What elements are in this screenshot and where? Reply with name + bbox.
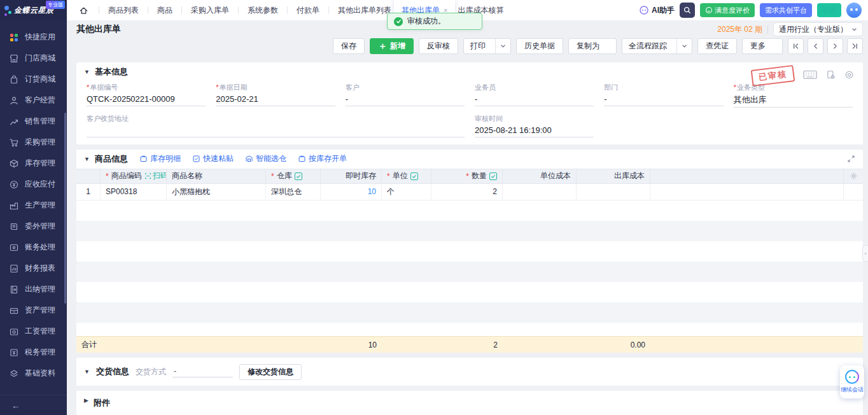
sidebar-item-bookkeeping[interactable]: 账务处理 (0, 237, 67, 258)
full-track-dropdown-icon[interactable] (676, 39, 692, 53)
next-record-button[interactable] (827, 38, 843, 54)
edition-badge: 专业版 (46, 1, 65, 9)
warehouse-batch-check-icon[interactable] (295, 172, 302, 180)
print-button[interactable]: 打印 (463, 38, 511, 54)
business-type-input[interactable]: 其他出库 (734, 94, 853, 108)
copy-as-button[interactable]: 复制为 (568, 38, 617, 54)
gear-icon (850, 172, 858, 180)
keyboard-icon[interactable] (803, 70, 817, 81)
sidebar-item-customer[interactable]: 客户经营 (0, 90, 67, 111)
sidebar-item-cashier[interactable]: 出纳管理 (0, 279, 67, 300)
row-stock[interactable]: 10 (321, 184, 382, 200)
industry-selector[interactable]: 通用行业（专业版） (773, 22, 863, 36)
sidebar-scrollbar[interactable] (64, 113, 66, 304)
row-qty[interactable]: 2 (431, 184, 503, 200)
goods-table-row[interactable]: 1 SP00318 小黑猫抱枕 深圳总仓 10 个 2 (76, 184, 863, 200)
row-warehouse[interactable]: 深圳总仓 (266, 184, 321, 200)
collapse-triangle-icon[interactable]: ▼ (84, 369, 90, 375)
row-code[interactable]: SP00318 (101, 184, 167, 200)
col-name: 商品名称 (167, 169, 266, 183)
main-content: 其他出库单 2025年 02 期 通用行业（专业版） 保存 ＋ 新增 反审核 (67, 20, 868, 415)
search-icon[interactable] (680, 3, 695, 18)
create-by-stock-link[interactable]: 按库存开单 (298, 153, 347, 164)
quick-paste-link[interactable]: 快速粘贴 (192, 153, 234, 164)
sidebar-item-finance-report[interactable]: 财务报表 (0, 258, 67, 279)
doc-settings-icon[interactable] (826, 70, 836, 81)
edit-delivery-button[interactable]: 修改交货信息 (239, 364, 302, 380)
check-voucher-button[interactable]: 查凭证 (697, 38, 737, 54)
satisfaction-button[interactable]: 满意度评价 (700, 3, 755, 17)
bill-no-input[interactable]: QTCK-20250221-00009 (87, 94, 206, 106)
row-name[interactable]: 小黑猫抱枕 (167, 184, 266, 200)
salesman-input[interactable]: - (475, 94, 594, 106)
audit-time-value: 2025-08-21 16:19:00 (475, 125, 594, 137)
tab-payment-order[interactable]: 付款单 (294, 0, 322, 20)
prev-record-button[interactable] (808, 38, 823, 54)
more-button[interactable]: 更多 (742, 38, 783, 54)
row-unit[interactable]: 个 (382, 184, 431, 200)
scan-code-button[interactable]: 扫码 (144, 171, 167, 181)
field-bill-no: *单据编号 QTCK-20250221-00009 (87, 83, 206, 108)
target-settings-icon[interactable] (844, 70, 854, 81)
row-unit-cost[interactable] (503, 184, 577, 200)
delivery-method-input[interactable]: - (172, 367, 233, 377)
qty-batch-check-icon[interactable] (489, 172, 497, 180)
user-avatar[interactable] (846, 3, 862, 18)
box-icon (139, 155, 148, 163)
col-unit-cost: 单位成本 (503, 169, 577, 183)
sidebar: 快捷应用 门店商城 订货商城 客户经营 销售管理 (0, 20, 67, 415)
stock-detail-link[interactable]: 库存明细 (139, 153, 181, 164)
tab-purchase-inbound[interactable]: 采购入库单 (188, 0, 232, 20)
audited-stamp: 已审核 (751, 65, 795, 87)
customer-input[interactable]: - (346, 94, 465, 106)
sidebar-item-inventory[interactable]: 库存管理 (0, 153, 67, 174)
sidebar-item-quick-apps[interactable]: 快捷应用 (0, 27, 67, 48)
sidebar-item-outsourcing[interactable]: 委外管理 (0, 216, 67, 237)
ai-assistant-button[interactable]: AI助手 (639, 5, 675, 16)
sidebar-item-sales[interactable]: 销售管理 (0, 111, 67, 132)
collapse-triangle-icon[interactable]: ▼ (84, 69, 90, 75)
continue-chat-widget[interactable]: 继续会话 (840, 365, 864, 398)
table-settings-gear[interactable] (844, 169, 863, 183)
add-new-button[interactable]: ＋ 新增 (370, 38, 414, 54)
expand-triangle-icon[interactable]: ▶ (84, 397, 88, 404)
unaudit-button[interactable]: 反审核 (419, 38, 458, 54)
sidebar-menu: 快捷应用 门店商城 订货商城 客户经营 销售管理 (0, 20, 67, 395)
tab-other-outbound-list[interactable]: 其他出库单列表 (335, 0, 394, 20)
empty-rows-area (76, 200, 863, 336)
sidebar-item-production[interactable]: 生产管理 (0, 195, 67, 216)
sidebar-item-tax[interactable]: 税务管理 (0, 342, 67, 363)
tab-product[interactable]: 商品 (155, 0, 175, 20)
help-button[interactable]: 帮助 (817, 3, 841, 17)
sidebar-item-salary[interactable]: 工资管理 (0, 321, 67, 342)
tab-product-list[interactable]: 商品列表 (106, 0, 141, 20)
fullscreen-expand-icon[interactable] (847, 155, 855, 163)
delivery-address-input[interactable] (87, 125, 465, 137)
history-button[interactable]: 历史单据 (516, 38, 563, 54)
person-icon (9, 95, 19, 106)
sidebar-item-order-mall[interactable]: 订货商城 (0, 69, 67, 90)
first-record-button[interactable] (788, 38, 804, 54)
save-button[interactable]: 保存 (333, 38, 365, 54)
sidebar-collapse-button[interactable]: ← (0, 395, 67, 415)
sidebar-item-store-mall[interactable]: 门店商城 (0, 48, 67, 69)
total-stock: 10 (321, 337, 382, 353)
smart-warehouse-link[interactable]: 智能选仓 (245, 153, 286, 164)
department-input[interactable]: - (604, 94, 723, 106)
sidebar-item-base-data[interactable]: 基础资料 (0, 363, 67, 384)
sidebar-item-receivable[interactable]: 应收应付 (0, 174, 67, 195)
collapse-triangle-icon[interactable]: ▼ (84, 156, 90, 162)
right-panel-collapse-handle[interactable]: ‹ (862, 245, 868, 262)
home-icon[interactable] (74, 0, 92, 20)
tab-system-params[interactable]: 系统参数 (245, 0, 281, 20)
sidebar-item-purchase[interactable]: 采购管理 (0, 132, 67, 153)
print-dropdown-icon[interactable] (495, 39, 510, 53)
accounting-period[interactable]: 2025年 02 期 (717, 24, 762, 35)
full-track-button[interactable]: 全流程跟踪 (622, 38, 692, 54)
last-record-button[interactable] (847, 38, 863, 54)
unit-batch-check-icon[interactable] (410, 172, 418, 180)
sidebar-item-assets[interactable]: 资产管理 (0, 300, 67, 321)
cocreate-platform-button[interactable]: 需求共创平台 (760, 3, 812, 17)
row-out-cost[interactable] (577, 184, 650, 200)
bill-date-input[interactable]: 2025-02-21 (216, 94, 335, 106)
